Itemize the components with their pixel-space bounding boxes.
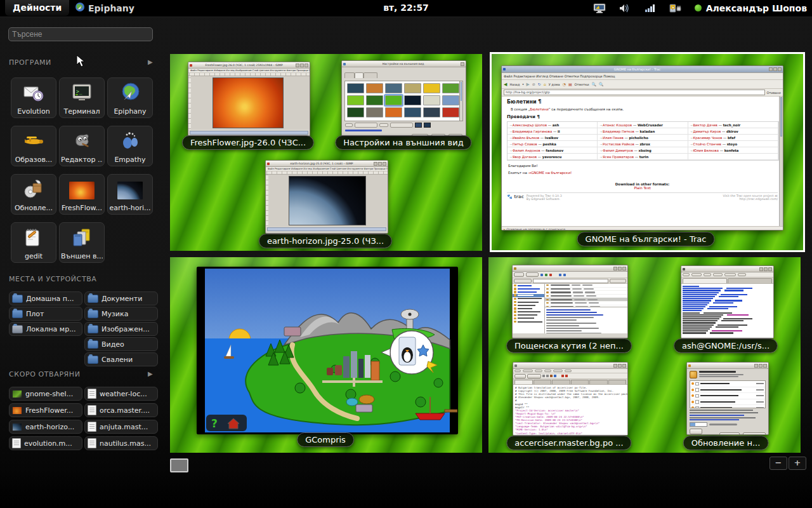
page-scrollbar: [779, 97, 783, 226]
update-manager-window[interactable]: [686, 362, 769, 435]
recent-expand-arrow-icon[interactable]: ▶: [148, 370, 153, 377]
window-icon: [514, 364, 517, 367]
recent-item[interactable]: weather-loc...: [84, 387, 158, 401]
network-signal-icon[interactable]: [644, 3, 657, 13]
gimp-earth-window[interactable]: earth-horizon.jpg-25.0 (ЧЗС, 1 слой) – G…: [265, 160, 388, 234]
app-tile-gimp[interactable]: Редактор ...: [59, 126, 105, 166]
gimp-freshflower-window[interactable]: FreshFlower.jpg-26.0 (ЧЗС, 1 слой) 2592x…: [188, 62, 310, 137]
workspace-remove-button[interactable]: −: [769, 457, 787, 470]
gimp-icon: [71, 130, 93, 152]
recent-item[interactable]: orca.master....: [84, 403, 158, 417]
recent-section-title: СКОРО ОТВАРЯНИ: [9, 370, 81, 378]
empathy-icon: [119, 130, 141, 152]
place-music[interactable]: Музика: [84, 307, 158, 321]
bookmark-icon: ▤: [568, 82, 572, 86]
gcompris-scene: ?: [197, 267, 457, 434]
app-tile-freshflower[interactable]: FreshFlow...: [59, 174, 105, 215]
forward-icon: ▶: [526, 82, 529, 87]
workspace-4[interactable]: Пощенска кутия (2 неп... ash@GNOME:/usr/…: [488, 257, 801, 453]
evolution-window[interactable]: [512, 265, 628, 338]
programs-expand-arrow-icon[interactable]: ▶: [148, 58, 153, 65]
earth-thumbnail: [12, 423, 22, 431]
recent-item[interactable]: gnome-shel...: [9, 387, 82, 401]
recent-item[interactable]: nautilus.mas...: [84, 436, 158, 450]
appearance-style-controls: [342, 121, 466, 129]
battery-icon[interactable]: [669, 3, 682, 13]
place-documents[interactable]: Документи: [84, 291, 158, 305]
workspace-2-active[interactable]: GNOME на български! - Trac Файл Редактир…: [490, 52, 805, 252]
app-tile-epiphany[interactable]: Epiphany: [107, 77, 153, 118]
display-settings-icon[interactable]: [593, 3, 606, 13]
user-menu[interactable]: Александър Шопов: [695, 3, 807, 13]
mouse-cursor: [76, 55, 86, 67]
app-tile-terminal[interactable]: >_ Терминал: [59, 77, 105, 118]
window-buttons: [613, 267, 626, 271]
svg-text:?: ?: [211, 417, 218, 430]
screenshot-thumbnail: [12, 390, 22, 398]
gedit-menubar: [513, 369, 627, 373]
evolution-folder-tree: [513, 284, 545, 333]
trac-translators-table: →Александър Шопов — ash→Атанас Кошаров —…: [507, 121, 779, 161]
place-local-network[interactable]: Локална мр...: [9, 322, 82, 336]
place-home[interactable]: Домашна п...: [9, 291, 82, 305]
app-tile-gcompris[interactable]: Образов...: [11, 126, 56, 166]
trac-thanks: Благодарим Ви!: [508, 164, 778, 168]
document-icon: [88, 422, 96, 432]
trac-logo: 🐾 trac: [507, 194, 524, 201]
appearance-icon: [71, 227, 93, 248]
workspace-add-button[interactable]: +: [789, 457, 806, 470]
flower-thumbnail: [12, 406, 22, 415]
gcompris-window[interactable]: ?: [197, 267, 458, 434]
zoom-out-icon: 🔍: [599, 82, 604, 86]
earth-image: [289, 176, 366, 225]
gnome-shell-overview: Дейности Epiphany вт, 22:57 Александ: [0, 0, 812, 508]
recent-item[interactable]: evolution.m...: [9, 436, 82, 450]
app-tile-earth-horizon[interactable]: earth-hori...: [107, 174, 153, 215]
window-buttons: [613, 364, 626, 368]
window-label: FreshFlower.jpg-26.0 (ЧЗС...: [182, 135, 314, 150]
workspace-1[interactable]: FreshFlower.jpg-26.0 (ЧЗС, 1 слой) 2592x…: [170, 54, 482, 251]
app-tile-evolution[interactable]: Evolution: [11, 77, 56, 118]
recent-item[interactable]: earth-horizo...: [9, 420, 82, 434]
pictures-folder-icon: [88, 325, 98, 333]
recent-item[interactable]: FreshFlower...: [9, 403, 82, 417]
app-tile-software-update[interactable]: Обновле...: [11, 174, 56, 215]
browser-toolbar: ◀Назад▾ ▶ ⊘ ↻ ⌂У дома ◔ ▤Отметки 🔍🔍: [502, 80, 783, 89]
app-tile-gedit[interactable]: gedit: [11, 222, 56, 263]
go-button: Отиване: [767, 91, 781, 95]
videos-folder-icon: [88, 340, 98, 349]
document-icon: [12, 438, 21, 448]
workspace-thumbnail[interactable]: [170, 458, 188, 472]
gedit-window[interactable]: # Bulgarian translation of accerciser po…: [513, 362, 628, 436]
app-menu-button[interactable]: Epiphany: [75, 0, 134, 16]
search-input[interactable]: [8, 27, 153, 41]
gimp-hscrollbar: [267, 227, 386, 231]
appearance-preferences-window[interactable]: Настройки на външния вид: [341, 60, 466, 137]
updates-header: [687, 369, 768, 380]
flower-thumbnail: [69, 181, 95, 200]
app-tile-empathy[interactable]: Empathy: [107, 126, 153, 166]
user-name: Александър Шопов: [706, 3, 807, 13]
recent-item[interactable]: anjuta.mast...: [84, 420, 158, 434]
updates-list: [690, 380, 766, 408]
workspace-3[interactable]: ? GCompris: [170, 257, 482, 453]
window-label: accerciser.master.bg.po ...: [506, 436, 631, 450]
terminal-window[interactable]: [681, 265, 774, 338]
place-desktop[interactable]: Плот: [9, 307, 82, 321]
stop-icon: ⊘: [532, 82, 535, 86]
place-pictures[interactable]: Изображен...: [84, 322, 158, 336]
gcompris-plane-icon: [23, 130, 44, 152]
window-label: earth-horizon.jpg-25.0 (ЧЗ...: [259, 234, 392, 248]
epiphany-trac-window[interactable]: GNOME на български! - Trac Файл Редактир…: [501, 65, 783, 231]
gedit-icon: [23, 227, 44, 248]
svg-text:>_: >_: [76, 89, 82, 95]
clock[interactable]: вт, 22:57: [383, 0, 429, 16]
document-icon: [88, 438, 96, 448]
place-videos[interactable]: Видео: [84, 337, 158, 351]
trac-download-link: Plain Text: [507, 186, 778, 190]
volume-icon[interactable]: [619, 3, 631, 13]
activities-button[interactable]: Дейности: [5, 0, 69, 16]
place-downloads[interactable]: Свалени: [84, 352, 158, 366]
trac-bulletins-text: В секция „Бюлетини“ са периодичните съоб…: [511, 107, 778, 111]
app-tile-appearance[interactable]: Външен в...: [59, 222, 105, 263]
